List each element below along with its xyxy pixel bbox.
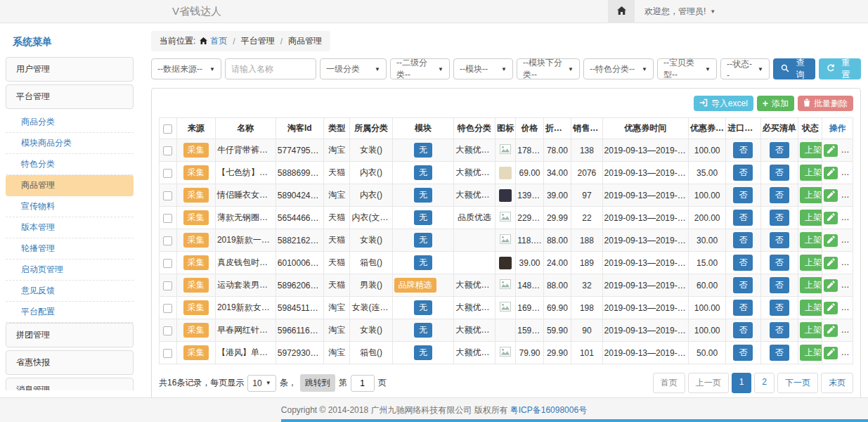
sidebar-item-7[interactable]: 版本管理 bbox=[6, 217, 134, 238]
filter-select-3[interactable]: --二级分类--▼ bbox=[390, 58, 450, 79]
imported-toggle[interactable]: 否 bbox=[733, 255, 753, 271]
row-checkbox[interactable] bbox=[163, 214, 172, 223]
cell-coupon-time: 2019-09-13—2019-09-20 bbox=[602, 252, 688, 274]
must-buy-toggle[interactable]: 否 bbox=[770, 277, 789, 293]
edit-button[interactable] bbox=[824, 189, 838, 202]
home-button[interactable] bbox=[608, 0, 635, 23]
filter-select-2[interactable]: 一级分类▼ bbox=[320, 58, 387, 79]
must-buy-toggle[interactable]: 否 bbox=[770, 187, 789, 203]
edit-button[interactable] bbox=[824, 144, 838, 157]
imported-toggle[interactable]: 否 bbox=[733, 300, 753, 316]
add-button[interactable]: + 添加 bbox=[757, 96, 794, 111]
must-buy-toggle[interactable]: 否 bbox=[770, 322, 789, 338]
status-toggle[interactable]: 上架 bbox=[800, 210, 822, 226]
must-buy-toggle[interactable]: 否 bbox=[770, 300, 789, 316]
edit-button[interactable] bbox=[824, 257, 838, 269]
row-checkbox[interactable] bbox=[163, 349, 172, 358]
imported-toggle[interactable]: 否 bbox=[733, 210, 753, 226]
cell-source: 采集 bbox=[176, 162, 215, 184]
edit-button[interactable] bbox=[824, 234, 838, 247]
edit-button[interactable] bbox=[824, 302, 838, 314]
row-checkbox[interactable] bbox=[163, 191, 172, 200]
filter-select-4[interactable]: --模块--▼ bbox=[453, 58, 513, 79]
status-toggle[interactable]: 上架 bbox=[800, 232, 822, 248]
sidebar-item-8[interactable]: 轮播管理 bbox=[6, 238, 134, 260]
bottom-blue-strip bbox=[281, 419, 868, 422]
must-buy-toggle[interactable]: 否 bbox=[770, 255, 789, 271]
sidebar-item-3[interactable]: 模块商品分类 bbox=[6, 133, 134, 154]
breadcrumb-home-link[interactable]: 首页 bbox=[200, 35, 227, 47]
edit-button[interactable] bbox=[824, 212, 838, 224]
edit-button[interactable] bbox=[824, 167, 838, 179]
page-size-select[interactable]: 10 ▼ bbox=[247, 375, 276, 392]
sidebar-item-13[interactable]: 省惠快报 bbox=[6, 350, 134, 375]
imported-toggle[interactable]: 否 bbox=[733, 277, 753, 293]
sidebar-item-5[interactable]: 商品管理 bbox=[6, 175, 134, 196]
row-checkbox[interactable] bbox=[163, 236, 172, 245]
sidebar-item-9[interactable]: 启动页管理 bbox=[6, 260, 134, 281]
imported-toggle[interactable]: 否 bbox=[733, 142, 753, 158]
icp-link[interactable]: 粤ICP备16098006号 bbox=[510, 404, 587, 416]
must-buy-toggle[interactable]: 否 bbox=[770, 345, 789, 361]
row-checkbox[interactable] bbox=[163, 304, 172, 313]
filter-select-6[interactable]: --特色分类--▼ bbox=[583, 58, 654, 79]
page-link-1[interactable]: 上一页 bbox=[688, 373, 729, 393]
sidebar-item-4[interactable]: 特色分类 bbox=[6, 154, 134, 175]
page-link-2[interactable]: 1 bbox=[732, 373, 752, 393]
filter-select-value: --特色分类-- bbox=[590, 63, 635, 75]
cell-category: 箱包() bbox=[350, 252, 392, 274]
row-checkbox[interactable] bbox=[163, 326, 172, 335]
reset-button[interactable]: 重置 bbox=[819, 58, 861, 79]
must-buy-toggle[interactable]: 否 bbox=[770, 165, 789, 181]
imported-toggle[interactable]: 否 bbox=[733, 165, 753, 181]
jump-button[interactable]: 跳转到 bbox=[300, 374, 335, 392]
sidebar-item-0[interactable]: 用户管理 bbox=[6, 57, 134, 82]
status-toggle[interactable]: 上架 bbox=[800, 300, 822, 316]
sidebar-item-11[interactable]: 平台配置 bbox=[6, 302, 134, 323]
imported-toggle[interactable]: 否 bbox=[733, 232, 753, 248]
page-link-5[interactable]: 末页 bbox=[821, 373, 853, 393]
user-menu[interactable]: 欢迎您，管理员! ▼ bbox=[644, 6, 715, 18]
imported-toggle[interactable]: 否 bbox=[733, 187, 753, 203]
edit-button[interactable] bbox=[824, 324, 838, 337]
edit-button[interactable] bbox=[824, 279, 838, 292]
status-toggle[interactable]: 上架 bbox=[800, 277, 822, 293]
must-buy-toggle[interactable]: 否 bbox=[770, 210, 789, 226]
search-button[interactable]: 查询 bbox=[773, 58, 815, 79]
jump-page-input[interactable] bbox=[351, 375, 375, 392]
filter-select-5[interactable]: --模块下分类--▼ bbox=[517, 58, 580, 79]
sidebar-item-6[interactable]: 宣传物料 bbox=[6, 196, 134, 217]
page-link-4[interactable]: 下一页 bbox=[777, 373, 818, 393]
imported-toggle[interactable]: 否 bbox=[733, 345, 753, 361]
batch-delete-button[interactable]: 批量删除 bbox=[798, 96, 853, 111]
status-toggle[interactable]: 上架 bbox=[800, 187, 822, 203]
status-toggle[interactable]: 上架 bbox=[800, 165, 822, 181]
row-checkbox[interactable] bbox=[163, 146, 172, 155]
must-buy-toggle[interactable]: 否 bbox=[770, 232, 789, 248]
sidebar-item-2[interactable]: 商品分类 bbox=[6, 112, 134, 133]
must-buy-toggle[interactable]: 否 bbox=[770, 142, 789, 158]
status-toggle[interactable]: 上架 bbox=[800, 255, 822, 271]
sidebar-item-12[interactable]: 拼团管理 bbox=[6, 323, 134, 347]
select-all-checkbox[interactable] bbox=[163, 124, 172, 134]
name-search-input[interactable] bbox=[225, 58, 316, 79]
page-link-3[interactable]: 2 bbox=[754, 373, 775, 393]
sidebar-item-10[interactable]: 意见反馈 bbox=[6, 281, 134, 302]
edit-button[interactable] bbox=[824, 347, 838, 359]
filter-select-value: --二级分类-- bbox=[396, 57, 434, 81]
import-excel-button[interactable]: 导入excel bbox=[694, 96, 753, 111]
page-link-0[interactable]: 首页 bbox=[653, 373, 685, 393]
status-toggle[interactable]: 上架 bbox=[800, 345, 822, 361]
cell-coupon-amount: 100.00 bbox=[688, 297, 725, 319]
imported-toggle[interactable]: 否 bbox=[733, 322, 753, 338]
filter-select-7[interactable]: --宝贝类型--▼ bbox=[657, 58, 717, 79]
filter-select-8[interactable]: --状态--▼ bbox=[720, 58, 770, 79]
row-checkbox[interactable] bbox=[163, 259, 172, 268]
sidebar-item-1[interactable]: 平台管理 bbox=[6, 84, 134, 109]
status-toggle[interactable]: 上架 bbox=[800, 142, 822, 158]
sidebar-item-14[interactable]: 消息管理 bbox=[6, 378, 134, 390]
filter-select-0[interactable]: --数据来源--▼ bbox=[151, 58, 221, 79]
row-checkbox[interactable] bbox=[163, 281, 172, 290]
row-checkbox[interactable] bbox=[163, 169, 172, 178]
status-toggle[interactable]: 上架 bbox=[800, 322, 822, 338]
